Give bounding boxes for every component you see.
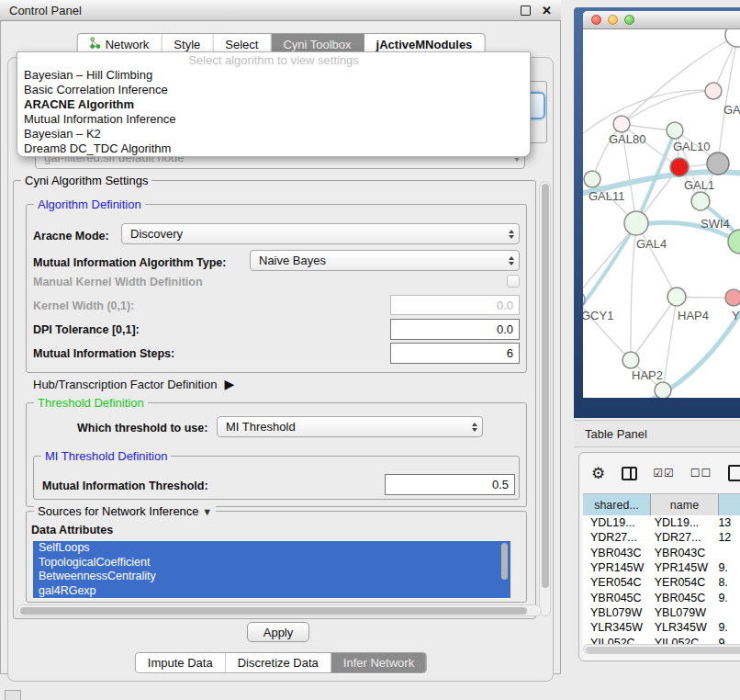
table-cell[interactable]: 9: [711, 637, 740, 644]
table-cell[interactable]: 9.: [711, 561, 740, 574]
algorithm-option[interactable]: Dream8 DC_TDC Algorithm: [17, 141, 530, 156]
network-node[interactable]: [655, 382, 671, 398]
table-row[interactable]: YDR27...YDR27...12: [583, 530, 740, 545]
columns-icon[interactable]: [622, 467, 637, 480]
network-window[interactable]: GALGAL80GAL10GAL1GAL11SWI4GAL4GCY1HAP4YH…: [583, 11, 740, 398]
table-row[interactable]: YBR045CYBR045C9.: [583, 590, 740, 604]
table-hscrollbar-thumb[interactable]: [586, 647, 740, 653]
dock-handle[interactable]: [5, 690, 21, 700]
network-node[interactable]: [691, 192, 710, 210]
dropdown-placeholder: Select algorithm to view settings: [17, 52, 530, 68]
table-cell[interactable]: YBL079W: [583, 606, 647, 619]
close-traffic-light-icon[interactable]: [591, 15, 601, 25]
minimize-traffic-light-icon[interactable]: [608, 15, 618, 25]
table-cell[interactable]: YPR145W: [647, 561, 712, 574]
network-node[interactable]: [667, 288, 686, 306]
table-cell[interactable]: 9.: [711, 621, 740, 634]
table-cell[interactable]: 12: [711, 531, 740, 544]
settings-vscrollbar[interactable]: [539, 181, 551, 616]
data-attribute-item[interactable]: TopologicalCoefficient: [33, 556, 510, 570]
data-attribute-item[interactable]: BetweennessCentrality: [33, 570, 510, 584]
zoom-traffic-light-icon[interactable]: [624, 15, 634, 25]
tab-discretize-data[interactable]: Discretize Data: [226, 653, 331, 672]
network-window-titlebar[interactable]: [583, 11, 740, 29]
settings-vscrollbar-thumb[interactable]: [542, 184, 549, 588]
hub-tf-definition-expander[interactable]: Hub/Transcription Factor Definition ▶: [33, 377, 234, 391]
table-cell[interactable]: YER054C: [647, 576, 712, 589]
algorithm-option[interactable]: Mutual Information Inference: [17, 112, 530, 127]
data-attribute-item[interactable]: SelfLoops: [33, 541, 510, 556]
settings-hscrollbar-thumb[interactable]: [20, 607, 527, 615]
table-row[interactable]: YBR043CYBR043C: [583, 546, 740, 560]
deselect-all-checkboxes-icon[interactable]: ☐☐: [690, 467, 712, 480]
table-row[interactable]: YIL052CYIL052C9: [583, 635, 740, 644]
table-row[interactable]: YPR145WYPR145W9.: [583, 560, 740, 575]
column-header[interactable]: name: [651, 494, 719, 516]
network-node[interactable]: [624, 211, 648, 235]
mi-type-combo[interactable]: Naive Bayes: [250, 250, 520, 271]
manual-kernel-checkbox[interactable]: [507, 275, 520, 288]
tab-infer-network[interactable]: Infer Network: [331, 653, 426, 672]
table-cell[interactable]: 9.: [711, 592, 740, 604]
table-cell[interactable]: YDR27...: [583, 531, 647, 544]
tab-impute-data[interactable]: Impute Data: [136, 653, 226, 672]
table-row[interactable]: YLR345WYLR345W9.: [583, 620, 740, 635]
network-node[interactable]: [613, 116, 630, 132]
settings-hscrollbar[interactable]: [17, 604, 542, 616]
table-cell[interactable]: YBR043C: [583, 547, 647, 559]
table-cell[interactable]: YDL19...: [647, 516, 712, 529]
algorithm-option[interactable]: Bayesian – Hill Climbing: [17, 68, 530, 83]
table-cell[interactable]: YIL052C: [647, 637, 712, 644]
column-header[interactable]: [719, 494, 740, 516]
table-cell[interactable]: 13: [711, 516, 740, 529]
table-cell[interactable]: YBR043C: [647, 547, 712, 559]
dpi-tolerance-input[interactable]: 0.0: [390, 319, 520, 340]
algorithm-option[interactable]: Bayesian – K2: [17, 127, 530, 141]
table-cell[interactable]: YLR345W: [647, 621, 712, 634]
data-attributes-list[interactable]: SelfLoopsTopologicalCoefficientBetweenne…: [33, 541, 510, 599]
table-cell[interactable]: YLR345W: [583, 621, 647, 634]
mi-threshold-input[interactable]: 0.5: [385, 474, 515, 495]
network-node[interactable]: [705, 83, 722, 99]
network-node[interactable]: [622, 352, 639, 368]
algorithm-option[interactable]: Basic Correlation Inference: [17, 83, 530, 97]
data-attribute-item[interactable]: gal4RGexp: [33, 584, 510, 599]
network-node[interactable]: [728, 230, 740, 254]
mi-steps-input[interactable]: 6: [390, 343, 520, 364]
table-row[interactable]: YDL19...YDL19...13: [583, 515, 740, 530]
table-cell[interactable]: YBR045C: [583, 592, 647, 604]
aracne-mode-combo[interactable]: Discovery: [121, 223, 520, 244]
table-cell[interactable]: YPR145W: [583, 561, 647, 574]
table-cell[interactable]: YER054C: [583, 576, 647, 589]
collapse-arrow-icon[interactable]: ▼: [202, 506, 212, 517]
table-panel-titlebar[interactable]: Table Panel: [574, 420, 740, 447]
apply-button[interactable]: Apply: [247, 622, 309, 642]
network-node[interactable]: [725, 289, 740, 306]
network-canvas[interactable]: GALGAL80GAL10GAL1GAL11SWI4GAL4GCY1HAP4YH…: [583, 29, 740, 398]
table-hscrollbar[interactable]: [583, 644, 740, 654]
table-cell[interactable]: YDR27...: [647, 531, 712, 544]
network-node[interactable]: [670, 158, 689, 176]
control-panel-titlebar[interactable]: Control Panel ✕: [0, 0, 561, 21]
table-cell[interactable]: YIL052C: [583, 637, 647, 644]
table-cell[interactable]: YDL19...: [583, 516, 647, 529]
which-threshold-combo[interactable]: MI Threshold: [217, 416, 483, 437]
table-row[interactable]: YBL079WYBL079W: [583, 605, 740, 620]
close-panel-icon[interactable]: ✕: [542, 4, 552, 17]
table-cell[interactable]: YBR045C: [647, 592, 712, 604]
column-header[interactable]: shared...: [583, 494, 651, 516]
attributes-scrollbar-thumb[interactable]: [501, 543, 508, 580]
algorithm-option[interactable]: ARACNE Algorithm: [17, 97, 530, 112]
table-cell[interactable]: 8.: [711, 576, 740, 589]
float-window-icon[interactable]: [521, 6, 531, 16]
network-node[interactable]: [707, 152, 729, 175]
new-table-icon[interactable]: [728, 465, 740, 481]
gear-icon[interactable]: ⚙: [591, 464, 605, 483]
network-node[interactable]: [667, 122, 683, 139]
table-row[interactable]: YER054CYER054C8.: [583, 575, 740, 590]
table-cell[interactable]: YBL079W: [647, 606, 712, 619]
kernel-width-input[interactable]: 0.0: [390, 295, 520, 315]
select-all-checkboxes-icon[interactable]: ☑☑: [653, 467, 675, 480]
network-node[interactable]: [725, 29, 740, 47]
network-node[interactable]: [584, 171, 600, 187]
